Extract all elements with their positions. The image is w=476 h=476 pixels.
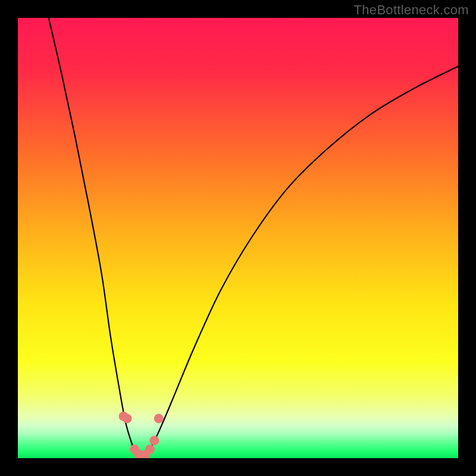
data-marker	[154, 414, 164, 423]
data-marker	[123, 414, 132, 423]
watermark-text: TheBottleneck.com	[354, 2, 469, 18]
data-marker	[145, 444, 155, 454]
bottleneck-curve	[18, 18, 458, 458]
chart-frame: TheBottleneck.com	[0, 0, 476, 476]
data-marker	[149, 436, 159, 445]
plot-area	[18, 18, 458, 458]
